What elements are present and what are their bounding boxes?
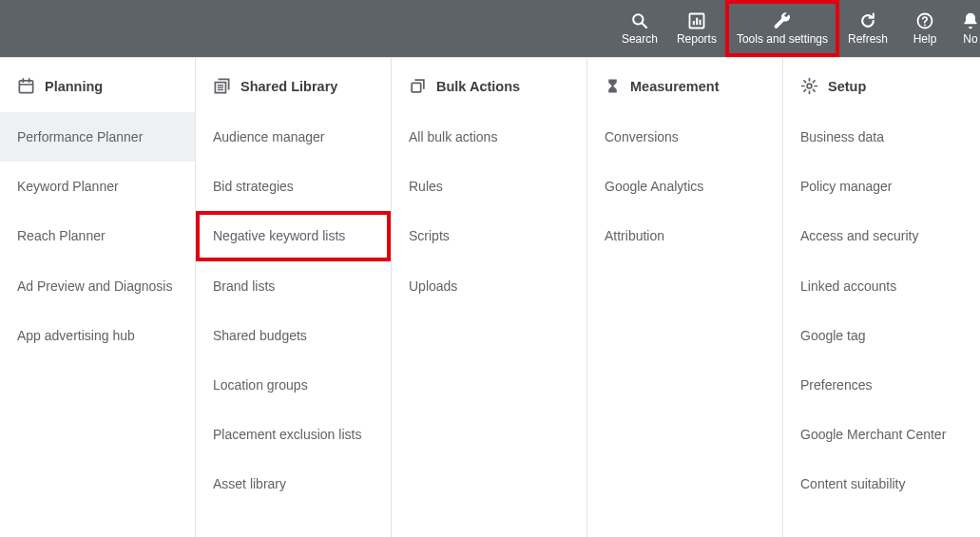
nav-label: Help <box>913 33 937 47</box>
planning-column: Planning Performance Planner Keyword Pla… <box>0 58 196 537</box>
menu-item-reach-planner[interactable]: Reach Planner <box>0 211 195 260</box>
menu-item-google-merchant-center[interactable]: Google Merchant Center <box>783 410 980 459</box>
calendar-icon <box>17 77 35 95</box>
nav-label: No <box>963 33 977 47</box>
menu-item-performance-planner[interactable]: Performance Planner <box>0 112 195 162</box>
column-title: Measurement <box>630 79 719 94</box>
menu-item-preferences[interactable]: Preferences <box>783 360 980 410</box>
column-title: Bulk Actions <box>436 79 520 94</box>
menu-item-audience-manager[interactable]: Audience manager <box>196 112 391 162</box>
svg-line-1 <box>642 23 646 28</box>
menu-item-google-analytics[interactable]: Google Analytics <box>587 162 782 211</box>
menu-item-rules[interactable]: Rules <box>392 162 586 211</box>
tools-and-settings-nav-item[interactable]: Tools and settings <box>725 0 839 57</box>
setup-column: Setup Business data Policy manager Acces… <box>783 58 980 537</box>
menu-item-content-suitability[interactable]: Content suitability <box>783 459 980 508</box>
setup-header: Setup <box>783 77 980 112</box>
bar-chart-icon <box>687 11 706 30</box>
refresh-nav-item[interactable]: Refresh <box>839 0 896 57</box>
menu-item-app-advertising-hub[interactable]: App advertising hub <box>0 311 195 360</box>
menu-item-attribution[interactable]: Attribution <box>587 211 782 260</box>
search-icon <box>630 11 649 30</box>
shared-library-column: Shared Library Audience manager Bid stra… <box>196 58 392 537</box>
menu-item-asset-library[interactable]: Asset library <box>196 459 391 508</box>
menu-item-access-security[interactable]: Access and security <box>783 211 980 260</box>
gear-icon <box>800 77 818 95</box>
reports-nav-item[interactable]: Reports <box>668 0 725 57</box>
menu-item-policy-manager[interactable]: Policy manager <box>783 162 980 211</box>
measurement-column: Measurement Conversions Google Analytics… <box>587 58 783 537</box>
menu-item-linked-accounts[interactable]: Linked accounts <box>783 261 980 311</box>
wrench-icon <box>773 11 792 30</box>
svg-rect-8 <box>19 81 32 93</box>
menu-item-keyword-planner[interactable]: Keyword Planner <box>0 162 195 211</box>
svg-point-16 <box>807 84 812 88</box>
menu-item-scripts[interactable]: Scripts <box>392 211 586 260</box>
menu-item-google-tag[interactable]: Google tag <box>783 311 980 360</box>
refresh-icon <box>858 11 877 30</box>
svg-rect-15 <box>412 83 421 92</box>
svg-rect-3 <box>693 21 695 25</box>
library-icon <box>213 77 231 95</box>
menu-item-bid-strategies[interactable]: Bid strategies <box>196 162 391 211</box>
menu-item-ad-preview[interactable]: Ad Preview and Diagnosis <box>0 261 195 311</box>
svg-rect-4 <box>696 17 698 25</box>
tools-menu-panel: Planning Performance Planner Keyword Pla… <box>0 57 980 537</box>
top-navigation-bar: Search Reports Tools and settings Refres… <box>0 0 980 57</box>
help-nav-item[interactable]: Help <box>896 0 953 57</box>
nav-label: Tools and settings <box>737 33 828 47</box>
bulk-actions-header: Bulk Actions <box>392 77 586 112</box>
menu-item-negative-keyword-lists[interactable]: Negative keyword lists <box>196 211 391 260</box>
help-icon <box>915 11 934 30</box>
bell-icon <box>961 11 980 30</box>
column-title: Setup <box>828 79 866 94</box>
column-title: Planning <box>45 79 103 94</box>
menu-item-placement-exclusion-lists[interactable]: Placement exclusion lists <box>196 410 391 459</box>
svg-point-7 <box>924 24 926 26</box>
nav-label: Reports <box>677 33 717 47</box>
shared-library-header: Shared Library <box>196 77 391 112</box>
search-nav-item[interactable]: Search <box>611 0 668 57</box>
nav-label: Refresh <box>848 33 888 47</box>
svg-rect-5 <box>699 19 701 24</box>
copy-icon <box>409 77 427 95</box>
menu-item-conversions[interactable]: Conversions <box>587 112 782 162</box>
column-title: Shared Library <box>240 79 337 94</box>
menu-item-location-groups[interactable]: Location groups <box>196 360 391 410</box>
nav-label: Search <box>622 33 658 47</box>
bulk-actions-column: Bulk Actions All bulk actions Rules Scri… <box>392 58 587 537</box>
hourglass-icon <box>605 77 621 95</box>
menu-item-uploads[interactable]: Uploads <box>392 261 586 311</box>
planning-header: Planning <box>0 77 195 112</box>
menu-item-shared-budgets[interactable]: Shared budgets <box>196 311 391 360</box>
menu-item-business-data[interactable]: Business data <box>783 112 980 162</box>
notifications-nav-item[interactable]: No <box>953 0 980 57</box>
measurement-header: Measurement <box>587 77 782 112</box>
menu-item-all-bulk-actions[interactable]: All bulk actions <box>392 112 586 162</box>
menu-item-brand-lists[interactable]: Brand lists <box>196 261 391 311</box>
